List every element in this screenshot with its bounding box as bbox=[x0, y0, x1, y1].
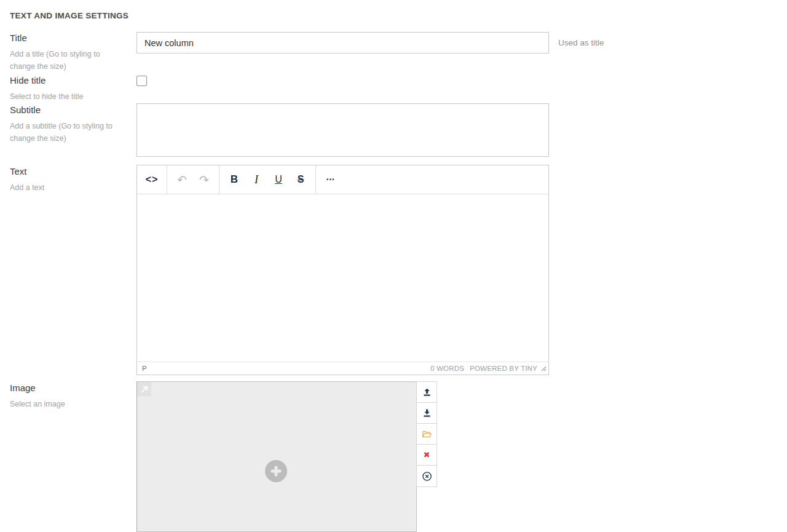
text-label: Text bbox=[10, 165, 122, 178]
upload-image-button[interactable] bbox=[417, 382, 437, 403]
toolbar-group-code: <> bbox=[137, 165, 167, 194]
image-help-text: Select an image bbox=[10, 398, 122, 410]
underline-icon: U bbox=[275, 174, 282, 185]
title-label: Title bbox=[10, 32, 122, 44]
toolbar-group-format: B I U S bbox=[219, 165, 315, 194]
image-corner-handle[interactable] bbox=[137, 382, 151, 396]
strikethrough-icon: S bbox=[298, 174, 304, 185]
title-input[interactable] bbox=[136, 32, 549, 54]
text-and-image-settings-panel: TEXT AND IMAGE SETTINGS Title Add a titl… bbox=[0, 0, 787, 532]
undo-icon: ↶ bbox=[177, 173, 187, 186]
download-icon bbox=[422, 408, 432, 418]
hide-title-label: Hide title bbox=[10, 74, 122, 87]
bold-icon: B bbox=[231, 173, 238, 186]
source-code-button[interactable]: <> bbox=[141, 169, 163, 190]
hide-title-field-labels: Hide title Select to hide the title bbox=[10, 74, 122, 103]
text-help-text: Add a text bbox=[10, 181, 122, 194]
undo-button[interactable]: ↶ bbox=[171, 169, 193, 190]
powered-by-tiny[interactable]: POWERED BY TINY bbox=[470, 365, 537, 372]
cancel-button[interactable] bbox=[417, 466, 437, 486]
bold-button[interactable]: B bbox=[223, 169, 245, 190]
image-field-labels: Image Select an image bbox=[10, 382, 122, 410]
strikethrough-button[interactable]: S bbox=[290, 169, 312, 190]
subtitle-help-text: Add a subtitle (Go to styling to change … bbox=[10, 120, 122, 145]
browse-folder-button[interactable] bbox=[417, 424, 437, 445]
image-label: Image bbox=[10, 382, 122, 394]
more-tools-button[interactable]: ••• bbox=[320, 169, 342, 190]
toolbar-group-more: ••• bbox=[315, 165, 346, 194]
download-image-button[interactable] bbox=[417, 403, 437, 424]
editor-content-area[interactable] bbox=[137, 194, 548, 362]
title-field-labels: Title Add a title (Go to styling to chan… bbox=[10, 32, 122, 73]
remove-image-button[interactable]: ✖ bbox=[417, 445, 437, 466]
corner-arrow-icon bbox=[140, 385, 149, 394]
source-code-icon: <> bbox=[146, 174, 159, 185]
toolbar-group-history: ↶ ↷ bbox=[167, 165, 219, 194]
image-placeholder[interactable] bbox=[136, 381, 417, 532]
text-field-labels: Text Add a text bbox=[10, 165, 122, 194]
plus-circle-icon bbox=[264, 459, 288, 483]
editor-status-bar: P 0 WORDS POWERED BY TINY bbox=[137, 362, 548, 375]
subtitle-label: Subtitle bbox=[10, 104, 122, 116]
status-right: 0 WORDS POWERED BY TINY bbox=[430, 365, 548, 372]
hide-title-checkbox[interactable] bbox=[136, 76, 147, 86]
cancel-circle-icon bbox=[422, 471, 432, 482]
word-count[interactable]: 0 WORDS bbox=[430, 365, 464, 372]
image-tool-column: ✖ bbox=[416, 381, 437, 487]
redo-icon: ↷ bbox=[199, 173, 209, 186]
subtitle-field-labels: Subtitle Add a subtitle (Go to styling t… bbox=[10, 104, 122, 145]
used-as-title-note: Used as title bbox=[558, 38, 604, 47]
editor-resize-handle[interactable] bbox=[541, 365, 547, 373]
underline-button[interactable]: U bbox=[267, 169, 290, 190]
add-image-button[interactable] bbox=[264, 459, 288, 483]
open-folder-icon bbox=[422, 429, 432, 439]
element-path[interactable]: P bbox=[137, 365, 147, 372]
upload-icon bbox=[422, 387, 432, 397]
redo-button[interactable]: ↷ bbox=[193, 169, 215, 190]
more-tools-icon: ••• bbox=[326, 177, 335, 183]
italic-icon: I bbox=[255, 173, 258, 186]
subtitle-input[interactable] bbox=[136, 103, 549, 157]
hide-title-help-text: Select to hide the title bbox=[10, 90, 122, 103]
remove-x-icon: ✖ bbox=[424, 450, 430, 459]
editor-toolbar: <> ↶ ↷ B I U bbox=[137, 165, 548, 194]
title-help-text: Add a title (Go to styling to change the… bbox=[10, 48, 122, 73]
resize-grip-icon bbox=[541, 366, 547, 371]
section-title: TEXT AND IMAGE SETTINGS bbox=[10, 11, 129, 20]
rich-text-editor: <> ↶ ↷ B I U bbox=[136, 165, 549, 375]
italic-button[interactable]: I bbox=[245, 169, 267, 190]
